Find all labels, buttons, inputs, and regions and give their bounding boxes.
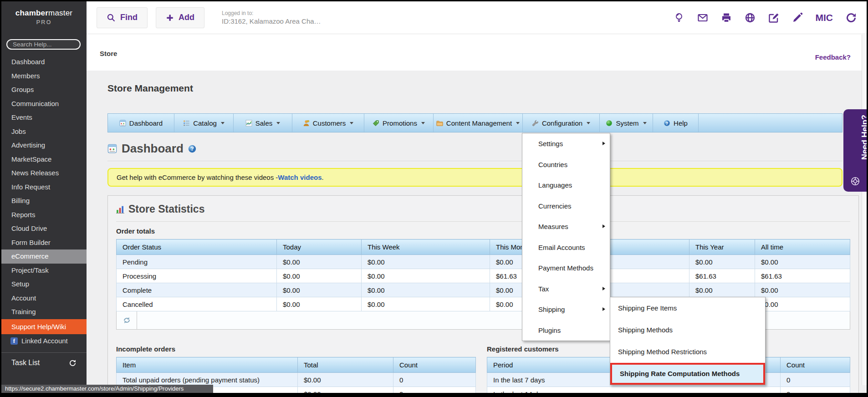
- col-header-count[interactable]: Count: [781, 357, 850, 373]
- divider: [116, 221, 850, 222]
- menubar-item-catalog[interactable]: Catalog: [174, 114, 234, 132]
- menubar-label: Content Management: [446, 119, 512, 127]
- menu-item-countries[interactable]: Countries: [522, 154, 610, 175]
- menu-item-languages[interactable]: Languages: [522, 175, 610, 196]
- menu-item-shipping-methods[interactable]: Shipping Methods: [610, 319, 765, 341]
- menubar-item-customers[interactable]: Customers: [292, 114, 364, 132]
- menu-item-tax[interactable]: Tax: [522, 279, 610, 300]
- facebook-icon: f: [10, 337, 18, 345]
- shipping-submenu: Shipping Fee Items Shipping Methods Ship…: [610, 297, 766, 385]
- search-icon: [107, 13, 116, 22]
- menu-item-shipping-method-restrictions[interactable]: Shipping Method Restrictions: [610, 341, 765, 363]
- sidebar-item-billing[interactable]: Billing: [1, 194, 87, 208]
- menu-item-shipping-rate-computation-methods[interactable]: Shipping Rate Computation Methods: [610, 363, 765, 385]
- sidebar-item-news-releases[interactable]: News Releases: [1, 166, 87, 180]
- col-header-all-time[interactable]: All time: [755, 239, 850, 255]
- sidebar-item-form-builder[interactable]: Form Builder: [1, 236, 87, 250]
- col-header-count[interactable]: Count: [393, 357, 476, 373]
- need-help-tab[interactable]: Need Help?: [843, 109, 867, 192]
- cell-status: Processing: [117, 269, 277, 283]
- sidebar-item-info-request[interactable]: Info Request: [1, 180, 87, 194]
- refresh-cell[interactable]: [117, 311, 137, 329]
- col-header-this-week[interactable]: This Week: [362, 239, 490, 255]
- col-header-today[interactable]: Today: [277, 239, 362, 255]
- app-logo: chambermaster: [1, 1, 87, 18]
- lightbulb-icon[interactable]: [674, 12, 684, 23]
- add-label: Add: [179, 13, 194, 22]
- mic-label[interactable]: MIC: [816, 12, 833, 23]
- menu-item-label: Settings: [538, 140, 563, 148]
- submenu-arrow-icon: [602, 307, 605, 311]
- cell-total: $0.00: [298, 387, 393, 393]
- scrollbar-track[interactable]: [862, 35, 867, 385]
- logo-rest: master: [48, 9, 72, 17]
- add-button[interactable]: Add: [156, 7, 204, 28]
- menubar-item-dashboard[interactable]: Dashboard: [108, 114, 174, 132]
- task-refresh-icon[interactable]: [69, 359, 77, 367]
- banner-text: Get help with eCommerce by watching thes…: [117, 173, 278, 181]
- col-header-item[interactable]: Item: [117, 357, 298, 373]
- sidebar-item-project-task[interactable]: Project/Task: [1, 264, 87, 278]
- menu-item-label: Shipping: [538, 305, 565, 313]
- sidebar-item-linked-account[interactable]: f Linked Account: [1, 334, 87, 348]
- sidebar-item-dashboard[interactable]: Dashboard: [1, 55, 87, 69]
- sidebar-item-communication[interactable]: Communication: [1, 97, 87, 111]
- watch-videos-link[interactable]: Watch videos: [278, 173, 322, 181]
- globe-icon[interactable]: [745, 12, 756, 23]
- configuration-wrench-icon: [532, 120, 539, 127]
- menu-item-currencies[interactable]: Currencies: [522, 196, 610, 217]
- sidebar-item-cloud-drive[interactable]: Cloud Drive: [1, 222, 87, 236]
- find-button[interactable]: Find: [97, 7, 148, 28]
- menubar-item-promotions[interactable]: Promotions: [364, 114, 434, 132]
- menu-item-settings[interactable]: Settings: [522, 133, 610, 154]
- menu-item-plugins[interactable]: Plugins: [522, 320, 610, 341]
- menubar-item-configuration[interactable]: Configuration: [523, 114, 600, 132]
- sidebar-item-groups[interactable]: Groups: [1, 83, 87, 97]
- sidebar-item-events[interactable]: Events: [1, 111, 87, 125]
- menubar-item-sales[interactable]: Sales: [234, 114, 292, 132]
- order-totals-label: Order totals: [116, 227, 850, 235]
- menu-item-shipping[interactable]: Shipping: [522, 299, 610, 320]
- col-header-total[interactable]: Total: [298, 357, 393, 373]
- envelope-icon[interactable]: [697, 12, 708, 23]
- menubar-item-content-management[interactable]: Content Management: [434, 114, 523, 132]
- menu-item-payment-methods[interactable]: Payment Methods: [522, 258, 610, 279]
- sidebar-item-ecommerce[interactable]: eCommerce: [1, 249, 87, 264]
- sidebar-item-advertising[interactable]: Advertising: [1, 138, 87, 153]
- sidebar-item-support-help[interactable]: Support Help/Wiki: [1, 319, 87, 334]
- sidebar-item-training[interactable]: Training: [1, 305, 87, 319]
- sidebar-item-members[interactable]: Members: [1, 69, 87, 83]
- svg-text:?: ?: [190, 146, 194, 152]
- help-banner: Get help with eCommerce by watching thes…: [107, 168, 842, 187]
- sidebar-item-setup[interactable]: Setup: [1, 277, 87, 291]
- customers-icon: [303, 120, 310, 127]
- menu-item-shipping-fee-items[interactable]: Shipping Fee Items: [610, 297, 765, 319]
- catalog-icon: [183, 120, 190, 127]
- menubar-item-system[interactable]: System: [600, 114, 653, 132]
- cell-value: $0.00: [362, 283, 490, 297]
- store-menubar: Dashboard Catalog Sales Customers: [107, 113, 842, 132]
- pencil-icon[interactable]: [792, 12, 803, 23]
- cell-value: $0.00: [689, 283, 755, 297]
- menu-item-email-accounts[interactable]: Email Accounts: [522, 237, 610, 258]
- menubar-label: Configuration: [542, 119, 582, 127]
- task-list-row[interactable]: Task List: [1, 353, 87, 367]
- dashboard-section-header: Dashboard ?: [107, 142, 867, 156]
- feedback-link[interactable]: Feedback?: [815, 53, 851, 61]
- content-management-icon: [436, 120, 443, 127]
- col-header-this-year[interactable]: This Year: [689, 239, 755, 255]
- sidebar-item-marketspace[interactable]: MarketSpace: [1, 153, 87, 167]
- refresh-icon[interactable]: [846, 12, 857, 23]
- menu-item-measures[interactable]: Measures: [522, 216, 610, 237]
- sidebar-item-reports[interactable]: Reports: [1, 208, 87, 222]
- search-help-input[interactable]: [6, 39, 81, 50]
- help-question-icon[interactable]: ?: [188, 145, 196, 153]
- sidebar-item-jobs[interactable]: Jobs: [1, 125, 87, 139]
- edit-note-icon[interactable]: [768, 12, 779, 23]
- sidebar-item-account[interactable]: Account: [1, 291, 87, 305]
- menubar-label: System: [616, 119, 638, 127]
- menubar-item-help[interactable]: ? Help: [653, 114, 699, 132]
- col-header-order-status[interactable]: Order Status: [117, 239, 277, 255]
- printer-icon[interactable]: [721, 12, 732, 23]
- cell-status: Complete: [117, 283, 277, 297]
